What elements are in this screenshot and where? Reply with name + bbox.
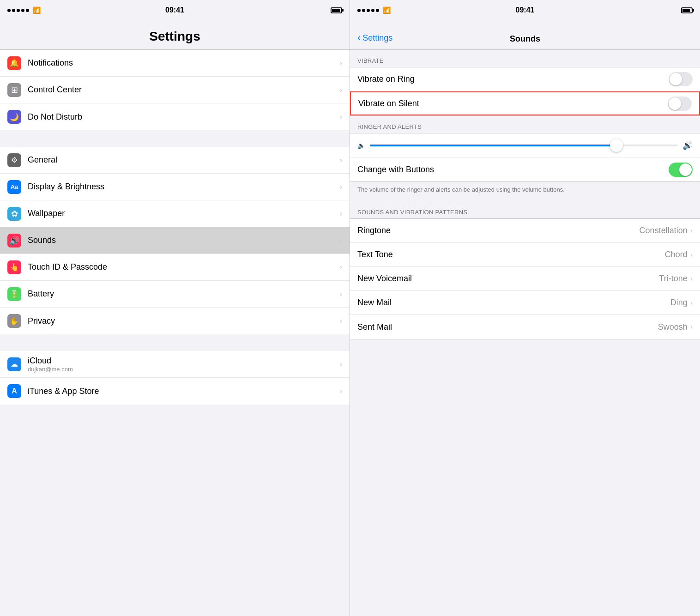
vibrate-on-silent-row[interactable]: Vibrate on Silent bbox=[350, 91, 700, 115]
settings-row-touchid[interactable]: 👆 Touch ID & Passcode › bbox=[0, 254, 350, 281]
vibrate-on-ring-toggle[interactable] bbox=[669, 72, 693, 86]
vibrate-section: Vibrate on Ring Vibrate on Silent bbox=[350, 67, 700, 116]
signal-dot-r5 bbox=[376, 9, 379, 12]
wallpaper-chevron: › bbox=[340, 210, 342, 218]
settings-list: 🔔 Notifications › ⊞ Control Center › 🌙 D… bbox=[0, 50, 350, 616]
battery-right bbox=[681, 7, 693, 13]
vibrate-section-header: VIBRATE bbox=[350, 50, 700, 67]
settings-row-display[interactable]: Aa Display & Brightness › bbox=[0, 174, 350, 200]
battery-chevron: › bbox=[340, 290, 342, 298]
new-voicemail-row[interactable]: New Voicemail Tri-tone › bbox=[350, 267, 700, 291]
signal-dot-3 bbox=[17, 9, 20, 12]
settings-row-battery[interactable]: 🔋 Battery › bbox=[0, 281, 350, 308]
itunes-title: iTunes & App Store bbox=[28, 387, 336, 396]
battery-fill-right bbox=[682, 9, 690, 12]
right-header: ‹ Settings Sounds bbox=[350, 20, 700, 50]
signal-dot-r4 bbox=[371, 9, 374, 12]
new-voicemail-chevron: › bbox=[690, 275, 693, 283]
sounds-page-title: Sounds bbox=[510, 34, 540, 44]
display-icon: Aa bbox=[7, 180, 21, 194]
sounds-chevron: › bbox=[340, 236, 342, 245]
display-chevron: › bbox=[340, 183, 342, 191]
volume-slider-thumb[interactable] bbox=[610, 139, 623, 152]
notifications-title: Notifications bbox=[28, 58, 336, 68]
dnd-chevron: › bbox=[340, 113, 342, 121]
back-button[interactable]: ‹ Settings bbox=[357, 32, 392, 44]
section-divider-1 bbox=[0, 130, 350, 147]
settings-row-control-center[interactable]: ⊞ Control Center › bbox=[0, 77, 350, 103]
itunes-text: iTunes & App Store bbox=[28, 387, 336, 396]
dnd-icon: 🌙 bbox=[7, 110, 21, 124]
display-title: Display & Brightness bbox=[28, 182, 336, 192]
status-bar-left: 📶 09:41 bbox=[0, 0, 350, 20]
volume-low-icon: 🔈 bbox=[357, 142, 365, 149]
ringer-section: 🔈 🔊 Change with Buttons bbox=[350, 133, 700, 182]
vibrate-on-silent-label: Vibrate on Silent bbox=[358, 99, 668, 109]
vibrate-on-silent-knob bbox=[669, 97, 681, 110]
patterns-section: Ringtone Constellation › Text Tone Chord… bbox=[350, 218, 700, 339]
settings-row-privacy[interactable]: ✋ Privacy › bbox=[0, 308, 350, 334]
battery-text: Battery bbox=[28, 289, 336, 299]
right-content: VIBRATE Vibrate on Ring Vibrate on Silen… bbox=[350, 50, 700, 616]
change-with-buttons-toggle[interactable] bbox=[669, 163, 693, 177]
signal-dot-r2 bbox=[362, 9, 365, 12]
privacy-title: Privacy bbox=[28, 316, 336, 326]
change-with-buttons-row[interactable]: Change with Buttons bbox=[350, 157, 700, 181]
settings-row-general[interactable]: ⚙ General › bbox=[0, 147, 350, 174]
icloud-icon: ☁ bbox=[7, 357, 21, 371]
settings-row-icloud[interactable]: ☁ iCloud dujkan@me.com › bbox=[0, 351, 350, 378]
notifications-text: Notifications bbox=[28, 58, 336, 68]
sounds-title: Sounds bbox=[28, 236, 336, 245]
ringtone-row[interactable]: Ringtone Constellation › bbox=[350, 219, 700, 243]
signal-dot-1 bbox=[7, 9, 11, 12]
wifi-icon-left: 📶 bbox=[33, 6, 41, 14]
battery-row-icon: 🔋 bbox=[7, 287, 21, 301]
battery-icon-left bbox=[331, 7, 342, 13]
control-center-icon: ⊞ bbox=[7, 83, 21, 97]
privacy-icon: ✋ bbox=[7, 314, 21, 328]
sounds-text: Sounds bbox=[28, 236, 336, 245]
left-panel: 📶 09:41 Settings 🔔 Notifications › ⊞ bbox=[0, 0, 350, 616]
icloud-subtitle: dujkan@me.com bbox=[28, 366, 336, 373]
general-chevron: › bbox=[340, 156, 342, 164]
wallpaper-title: Wallpaper bbox=[28, 209, 336, 218]
new-mail-chevron: › bbox=[690, 299, 693, 307]
time-left: 09:41 bbox=[165, 6, 184, 14]
settings-row-itunes[interactable]: A iTunes & App Store › bbox=[0, 378, 350, 405]
signal-dot-r3 bbox=[367, 9, 370, 12]
volume-high-icon: 🔊 bbox=[682, 140, 693, 151]
left-title: Settings bbox=[7, 29, 342, 44]
ringer-description: The volume of the ringer and alerts can … bbox=[350, 182, 700, 201]
patterns-section-header: SOUNDS AND VIBRATION PATTERNS bbox=[350, 201, 700, 218]
ringer-section-header: RINGER AND ALERTS bbox=[350, 116, 700, 133]
settings-row-sounds[interactable]: 🔊 Sounds › bbox=[0, 227, 350, 254]
volume-slider-track[interactable] bbox=[370, 145, 678, 146]
touchid-chevron: › bbox=[340, 263, 342, 272]
settings-row-dnd[interactable]: 🌙 Do Not Disturb › bbox=[0, 103, 350, 130]
vibrate-on-ring-knob bbox=[670, 73, 682, 85]
text-tone-row[interactable]: Text Tone Chord › bbox=[350, 243, 700, 267]
signal-dot-2 bbox=[12, 9, 15, 12]
wifi-icon-right: 📶 bbox=[383, 6, 391, 14]
general-icon: ⚙ bbox=[7, 153, 21, 167]
sent-mail-label: Sent Mail bbox=[357, 322, 658, 332]
control-center-chevron: › bbox=[340, 86, 342, 94]
wallpaper-text: Wallpaper bbox=[28, 209, 336, 218]
general-text: General bbox=[28, 155, 336, 165]
sent-mail-row[interactable]: Sent Mail Swoosh › bbox=[350, 315, 700, 339]
vibrate-on-ring-label: Vibrate on Ring bbox=[357, 74, 669, 84]
settings-row-notifications[interactable]: 🔔 Notifications › bbox=[0, 50, 350, 77]
back-label: Settings bbox=[362, 33, 392, 43]
battery-left bbox=[331, 7, 342, 13]
sent-mail-chevron: › bbox=[690, 323, 693, 331]
settings-section-1: 🔔 Notifications › ⊞ Control Center › 🌙 D… bbox=[0, 50, 350, 130]
privacy-text: Privacy bbox=[28, 316, 336, 326]
settings-row-wallpaper[interactable]: ✿ Wallpaper › bbox=[0, 200, 350, 227]
new-mail-row[interactable]: New Mail Ding › bbox=[350, 291, 700, 315]
vibrate-on-silent-toggle[interactable] bbox=[668, 97, 692, 111]
vibrate-on-ring-row[interactable]: Vibrate on Ring bbox=[350, 67, 700, 91]
dnd-title: Do Not Disturb bbox=[28, 112, 336, 122]
signal-dot-r1 bbox=[357, 9, 361, 12]
right-panel: 📶 09:41 ‹ Settings Sounds VIBRATE Vibrat… bbox=[350, 0, 700, 616]
control-center-text: Control Center bbox=[28, 85, 336, 95]
